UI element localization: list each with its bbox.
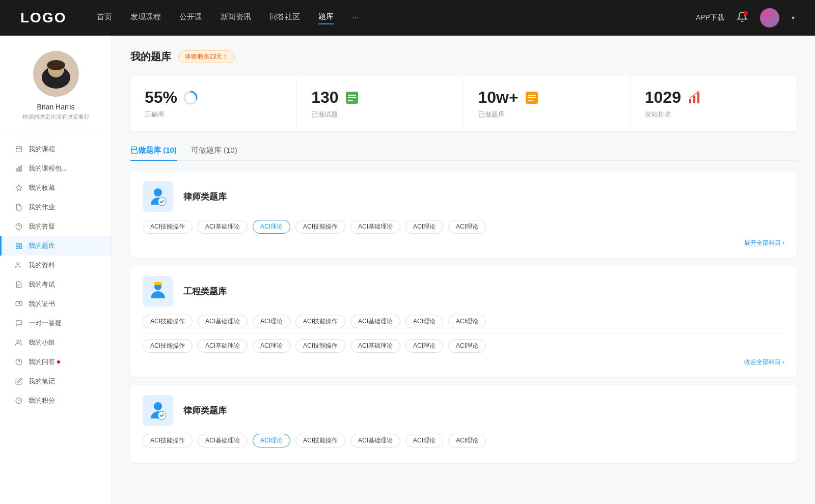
tag[interactable]: ACI基础理论	[198, 220, 248, 234]
tag[interactable]: ACI理论	[405, 434, 443, 447]
tag[interactable]: ACI基础理论	[198, 339, 248, 353]
tag[interactable]: ACI基础理论	[350, 434, 400, 447]
tag[interactable]: ACI基础理论	[198, 434, 248, 447]
main-wrapper: Brian Harris 错误的决定比没有决定要好 我的课程 我的课程包...	[0, 36, 815, 504]
tag[interactable]: ACI理论	[405, 339, 443, 353]
menu-homework[interactable]: 我的作业	[0, 198, 112, 217]
svg-rect-7	[18, 167, 19, 171]
user-menu-chevron[interactable]: ▾	[792, 14, 795, 21]
svg-rect-30	[348, 100, 353, 101]
nav-question-bank[interactable]: 题库	[318, 12, 334, 24]
menu-profile[interactable]: 我的资料	[0, 256, 112, 275]
svg-point-20	[17, 340, 19, 343]
svg-rect-28	[348, 95, 356, 96]
tab-done-banks[interactable]: 已做题库 (10)	[130, 146, 177, 160]
score-icon	[14, 396, 23, 405]
menu-certificate[interactable]: 我的证书	[0, 294, 112, 314]
tag[interactable]: ACI理论	[448, 339, 486, 353]
lawyer-icon	[143, 181, 173, 212]
menu-question-bank[interactable]: 我的题库	[0, 236, 112, 256]
svg-rect-34	[528, 100, 533, 101]
tag[interactable]: ACI理论	[253, 315, 290, 328]
menu-label: 我的收藏	[29, 183, 55, 192]
tag[interactable]: ACI技能操作	[143, 434, 193, 447]
nav-home[interactable]: 首页	[97, 12, 112, 24]
svg-rect-42	[154, 282, 162, 285]
menu-1on1-qa[interactable]: 一对一答疑	[0, 314, 112, 333]
banks-value: 10w+	[478, 88, 519, 107]
menu-my-courses[interactable]: 我的课程	[0, 139, 112, 159]
svg-point-39	[154, 188, 162, 197]
question-icon	[14, 222, 23, 231]
svg-rect-29	[348, 97, 356, 98]
subject-card-lawyer-1: 律师类题库 ACI技能操作 ACI基础理论 ACI理论 ACI技能操作 ACI基…	[130, 171, 797, 258]
tag[interactable]: ACI基础理论	[350, 220, 400, 234]
menu-notes[interactable]: 我的笔记	[0, 372, 112, 391]
pie-chart-icon	[182, 90, 199, 106]
tag[interactable]: ACI技能操作	[295, 220, 345, 234]
app-download-button[interactable]: APP下载	[696, 13, 724, 22]
menu-my-qa[interactable]: 我的问答	[0, 352, 112, 372]
tag[interactable]: ACI技能操作	[143, 220, 193, 234]
tag[interactable]: ACI技能操作	[295, 339, 345, 353]
menu-favorites[interactable]: 我的收藏	[0, 178, 112, 198]
tag[interactable]: ACI理论	[405, 220, 443, 234]
accuracy-label: 正确率	[145, 110, 282, 119]
tag-active[interactable]: ACI理论	[253, 434, 290, 447]
nav-qa[interactable]: 问答社区	[269, 12, 300, 24]
chat-icon	[14, 319, 23, 328]
tag[interactable]: ACI理论	[253, 339, 290, 353]
nav-more[interactable]: ···	[352, 13, 359, 23]
subject-name-lawyer-2: 律师类题库	[183, 405, 227, 416]
menu-label: 我的作业	[29, 203, 55, 212]
menu-points[interactable]: 我的积分	[0, 391, 112, 410]
menu-qa[interactable]: 我的答疑	[0, 217, 112, 236]
tag[interactable]: ACI技能操作	[143, 315, 193, 328]
stat-banks-done: 10w+ 已做题库	[464, 76, 631, 131]
tag[interactable]: ACI理论	[448, 434, 486, 447]
user-avatar[interactable]	[760, 8, 779, 27]
file-icon	[14, 145, 23, 154]
list-orange-icon	[524, 90, 540, 106]
tag[interactable]: ACI技能操作	[295, 434, 345, 447]
menu-course-package[interactable]: 我的课程包...	[0, 159, 112, 178]
collapse-link-engineer[interactable]: 收起全部科目 ›	[143, 358, 784, 367]
tag[interactable]: ACI基础理论	[350, 339, 400, 353]
subject-tags-engineer-row2: ACI技能操作 ACI基础理论 ACI理论 ACI技能操作 ACI基础理论 AC…	[143, 339, 784, 353]
stats-row: 55% 正确率 130	[130, 76, 797, 131]
tag[interactable]: ACI理论	[448, 220, 486, 234]
svg-rect-6	[16, 169, 17, 171]
nav-links: 首页 发现课程 公开课 新闻资讯 问答社区 题库 ···	[97, 12, 696, 24]
profile-name: Brian Harris	[37, 103, 75, 111]
svg-marker-9	[16, 185, 22, 190]
tag[interactable]: ACI理论	[448, 315, 486, 328]
tag-active[interactable]: ACI理论	[253, 220, 290, 234]
tag[interactable]: ACI理论	[405, 315, 443, 328]
logo: LOGO	[20, 10, 66, 26]
chart-red-icon	[686, 90, 702, 106]
tag[interactable]: ACI技能操作	[295, 315, 345, 328]
tag[interactable]: ACI基础理论	[198, 315, 248, 328]
page-title: 我的题库	[130, 50, 171, 64]
ranking-label: 全站排名	[645, 110, 782, 119]
notification-bell[interactable]	[737, 11, 748, 24]
tag[interactable]: ACI基础理论	[350, 315, 400, 328]
tag[interactable]: ACI技能操作	[143, 339, 193, 353]
svg-point-26	[187, 95, 194, 101]
navbar: LOGO 首页 发现课程 公开课 新闻资讯 问答社区 题库 ··· APP下载 …	[0, 0, 815, 36]
nav-discover[interactable]: 发现课程	[130, 12, 161, 24]
subject-tags-engineer-row1: ACI技能操作 ACI基础理论 ACI理论 ACI技能操作 ACI基础理论 AC…	[143, 315, 784, 328]
ranking-value: 1029	[645, 88, 681, 107]
questions-label: 已做试题	[311, 110, 449, 119]
menu-group[interactable]: 我的小组	[0, 333, 112, 352]
tab-available-banks[interactable]: 可做题库 (10)	[191, 146, 237, 160]
notification-dot	[744, 11, 748, 15]
menu-exam[interactable]: 我的考试	[0, 275, 112, 294]
menu-label: 一对一答疑	[29, 319, 62, 328]
nav-open-course[interactable]: 公开课	[179, 12, 202, 24]
expand-link-lawyer-1[interactable]: 展开全部科目 ›	[143, 239, 784, 247]
subject-name-lawyer-1: 律师类题库	[183, 191, 227, 203]
trial-badge: 体验剩余23天！	[178, 50, 235, 63]
engineer-icon	[143, 276, 173, 306]
nav-news[interactable]: 新闻资讯	[221, 12, 251, 24]
